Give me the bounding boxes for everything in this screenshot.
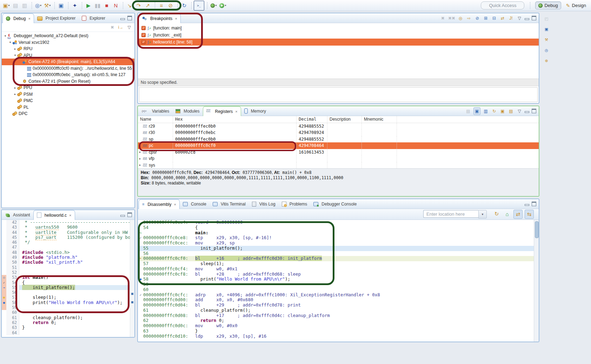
disconnect-button[interactable]: N — [112, 1, 120, 10]
warning-marker[interactable]: ● — [2, 295, 6, 300]
perspective-debug[interactable]: Debug — [535, 1, 561, 9]
column-header[interactable]: Mnemonic — [362, 116, 397, 123]
suspend-button[interactable]: ▮▮ — [93, 1, 102, 10]
breakpoint-marker[interactable]: ● — [2, 300, 6, 305]
expand-all-icon[interactable]: ⊞ — [483, 15, 489, 22]
maximize-icon[interactable] — [532, 109, 536, 113]
disassembly-tab-problems[interactable]: Problems — [279, 199, 311, 209]
breakpoint-checkbox[interactable]: ✓ — [141, 33, 146, 37]
restore-view-icon[interactable]: ◰ — [543, 15, 550, 22]
function-entry-marker[interactable]: ↪ — [138, 230, 143, 236]
minimized-view-icon[interactable]: ▣ — [543, 26, 550, 32]
disassembly-tab-disassembly[interactable]: ≡Disassembly× — [139, 199, 180, 209]
breakpoint-item[interactable]: ✓ʃhelloworld.c [line: 58] — [138, 39, 539, 46]
tree-item[interactable]: ▾Versal xcvc1902 — [2, 39, 134, 46]
terminate-button[interactable]: ■ — [102, 1, 111, 10]
minimized-view-icon[interactable]: ⊕ — [543, 58, 550, 64]
register-row[interactable]: 1010 0101sp00000000fffec0b04294885552 — [138, 136, 539, 143]
register-row[interactable]: ▸1010 0101cpsr600002cd1610613453 — [138, 149, 539, 156]
tree-item[interactable]: ▾APU — [2, 52, 134, 59]
view-menu-icon[interactable]: ▽ — [126, 24, 132, 31]
minimize-icon[interactable] — [120, 18, 125, 20]
home-icon[interactable]: ⌂ — [503, 210, 511, 218]
expander-icon[interactable]: ▸ — [139, 157, 143, 160]
maximize-icon[interactable] — [532, 202, 536, 206]
layout-icon[interactable]: ▤ — [465, 108, 471, 115]
skip-all-breakpoints-icon[interactable]: ⊘ — [474, 15, 480, 22]
tree-item[interactable]: 0x00000000fffc0ebc _startup(): xil-crt0.… — [2, 72, 134, 78]
register-row[interactable]: ▸1010 0101sys — [138, 162, 539, 169]
close-icon[interactable]: × — [174, 202, 176, 207]
register-row[interactable]: 1010 0101pc00000000fffc0cf04294708464 — [138, 142, 539, 149]
minimize-icon[interactable] — [120, 215, 125, 217]
expander-icon[interactable]: ▸ — [13, 93, 17, 96]
launch-terminal-button[interactable]: ▣ — [57, 1, 65, 10]
refresh-icon[interactable]: ↻ — [491, 108, 497, 115]
tree-item[interactable]: PMC — [2, 97, 134, 104]
instruction-step-toggle-icon[interactable]: i→ — [118, 24, 124, 31]
close-icon[interactable]: × — [69, 213, 71, 217]
resolved-breakpoint-marker[interactable]: ✓ — [138, 235, 143, 241]
scrollbar-thumb[interactable] — [535, 221, 539, 238]
disassembly-tab-vitis-log[interactable]: Vitis Log — [249, 199, 279, 209]
tree-item[interactable]: ▸PPU — [2, 85, 134, 91]
breakpoint-types-icon[interactable]: J! — [508, 15, 514, 22]
new-wizard-button[interactable]: ▣▾ — [2, 1, 11, 10]
step-into-button[interactable]: ↘ — [125, 1, 134, 10]
register-row[interactable]: 1010 0101r2900000000fffec0b04294885552 — [138, 123, 539, 130]
column-header[interactable]: Name — [138, 116, 173, 123]
build-button[interactable]: ⚒▾ — [43, 1, 52, 10]
run-launch-button[interactable]: ▶▾ — [219, 1, 227, 10]
perspective-design[interactable]: ✎Design — [563, 2, 589, 9]
goto-file-icon[interactable]: ⇨ — [466, 15, 472, 22]
debug-launch-button[interactable]: ▾ — [210, 1, 218, 10]
view-menu-icon[interactable]: ▽ — [516, 15, 523, 22]
column-header[interactable]: Description — [327, 116, 362, 123]
breakpoints-tab-breakpoints[interactable]: Breakpoints× — [139, 13, 181, 23]
close-icon[interactable]: × — [235, 109, 237, 114]
debug-tab-project-explorer[interactable]: Project Explorer — [34, 13, 79, 23]
maximize-icon[interactable] — [532, 16, 536, 20]
tree-item[interactable]: DPC — [2, 110, 134, 117]
view-menu-icon[interactable]: ▽ — [516, 108, 523, 115]
collapse-all-icon[interactable]: ⊟ — [491, 15, 497, 22]
remove-terminated-icon[interactable]: ✖ — [109, 24, 115, 31]
remove-all-breakpoints-icon[interactable]: ✖✖ — [448, 15, 455, 22]
step-over-button[interactable]: ↷ — [134, 1, 143, 10]
smart-connect-button[interactable]: ✦ — [71, 1, 79, 10]
save-all-button[interactable]: ▥ — [20, 1, 29, 10]
breakpoint-item[interactable]: ✓ʃ[function: _exit] — [138, 32, 539, 39]
minimize-icon[interactable] — [525, 18, 529, 20]
minimize-icon[interactable] — [525, 111, 529, 113]
close-icon[interactable]: × — [28, 16, 30, 21]
resolved-breakpoint-marker[interactable]: ✓ — [2, 280, 6, 285]
quick-access-button[interactable]: Quick Access — [481, 1, 524, 9]
minimized-view-icon[interactable]: ⚒ — [543, 36, 550, 43]
close-icon[interactable]: × — [175, 16, 177, 21]
expander-icon[interactable]: ▸ — [139, 150, 143, 154]
registers-tab-memory[interactable]: Memory — [241, 106, 269, 116]
debug-tab-explorer[interactable]: Explorer — [79, 13, 108, 23]
minimize-icon[interactable] — [525, 204, 529, 206]
registers-tab-modules[interactable]: Modules — [172, 106, 202, 116]
column-header[interactable]: Hex — [173, 116, 297, 123]
resolved-breakpoint-marker[interactable]: ✓ — [138, 292, 143, 298]
minimized-view-icon[interactable]: ◎ — [543, 47, 550, 53]
register-row[interactable]: 1010 0101r3000000000fffc0ebc4294708924 — [138, 129, 539, 136]
program-device-button[interactable]: ◎▾ — [34, 1, 42, 10]
scrollbar[interactable] — [534, 220, 539, 342]
code-editor[interactable]: 42 * -----------------------------------… — [2, 220, 130, 337]
remove-breakpoint-icon[interactable]: ✖ — [440, 15, 446, 22]
resume-button[interactable]: ▶ — [84, 1, 93, 10]
disassembly-tab-vitis-terminal[interactable]: Vitis Terminal — [210, 199, 249, 209]
current-line-marker[interactable]: → — [2, 285, 6, 290]
ruler-mark[interactable] — [131, 301, 133, 303]
type-marker[interactable]: ◎ — [2, 275, 6, 280]
expander-icon[interactable]: ▾ — [8, 41, 12, 44]
maximize-icon[interactable] — [127, 16, 132, 20]
expander-icon[interactable]: ▸ — [13, 47, 17, 50]
tree-item[interactable]: PL — [2, 104, 134, 111]
export-icon[interactable]: ▤ — [508, 108, 514, 115]
columns-icon[interactable]: ▥ — [483, 108, 489, 115]
tree-item[interactable]: ▸RPU — [2, 46, 134, 52]
